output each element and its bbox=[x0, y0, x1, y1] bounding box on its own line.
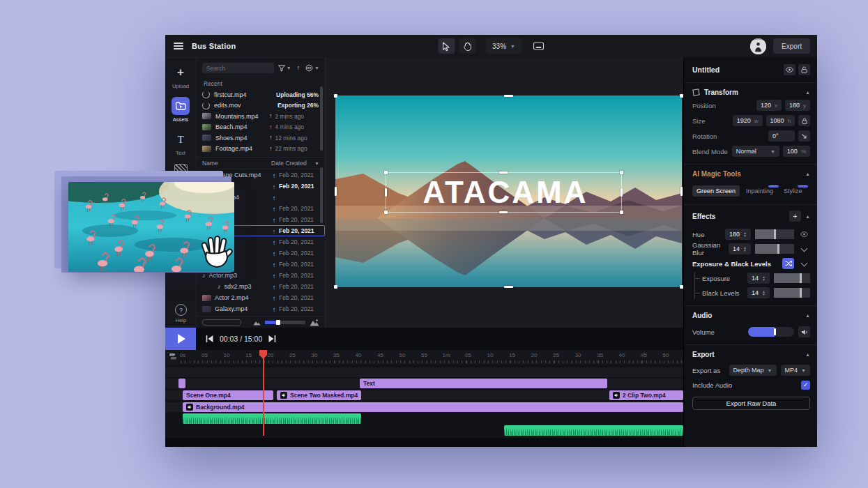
table-row[interactable]: Galaxy.mp4↑Feb 20, 2021 bbox=[197, 303, 325, 314]
video-clip[interactable]: Scene One.mp4 bbox=[183, 390, 273, 400]
timeline-ruler[interactable]: 0s05101520253035404550551m05101520253035… bbox=[165, 350, 683, 365]
table-row[interactable]: ♪sdx2.mp3↑Feb 20, 2021 bbox=[197, 281, 325, 292]
arrow-up-icon[interactable]: ↑ bbox=[269, 227, 279, 235]
exposure-slider[interactable] bbox=[774, 273, 810, 283]
recent-item[interactable]: Shoes.mp4↑12 mins ago bbox=[197, 132, 325, 144]
volume-slider[interactable] bbox=[748, 327, 794, 337]
recent-item[interactable]: Footage.mp4↑22 mins ago bbox=[197, 144, 325, 155]
aspect-lock-button[interactable] bbox=[798, 115, 810, 126]
recent-item[interactable]: Mountains.mp4↑2 mins ago bbox=[197, 111, 325, 122]
arrow-up-icon[interactable]: ↑ bbox=[269, 305, 279, 313]
horizontal-scrollbar-thumb[interactable] bbox=[202, 319, 241, 326]
arrow-up-icon[interactable]: ↑ bbox=[269, 283, 279, 291]
zoom-level-dropdown[interactable]: 33% ▼ bbox=[485, 38, 522, 54]
upload-file-button[interactable]: ↑ bbox=[296, 63, 302, 73]
arrow-up-icon[interactable]: ↑ bbox=[269, 261, 279, 268]
collapse-caret-icon[interactable]: ▲ bbox=[805, 313, 810, 318]
skip-end-icon[interactable] bbox=[268, 335, 276, 342]
filter-button[interactable]: ▼ bbox=[277, 63, 293, 73]
selection-handle-ne[interactable] bbox=[620, 171, 623, 174]
hue-slider[interactable] bbox=[755, 229, 794, 239]
recent-item[interactable]: firstcut.mp4Uploading 56% bbox=[197, 89, 325, 100]
clip-fragment[interactable] bbox=[178, 379, 185, 388]
canvas-handle-nw[interactable] bbox=[334, 94, 337, 98]
selection-handle-w[interactable] bbox=[385, 188, 387, 197]
ai-tool-button[interactable]: StylizeNew bbox=[779, 185, 807, 197]
thumbnail-size-slider[interactable] bbox=[265, 321, 305, 324]
stepper-icon[interactable]: ▲▼ bbox=[743, 246, 747, 252]
size-width-input[interactable]: 1920w bbox=[733, 115, 763, 126]
canvas-handle-s[interactable] bbox=[504, 286, 513, 288]
blend-mode-dropdown[interactable]: Normal▼ bbox=[732, 146, 779, 157]
search-input[interactable] bbox=[202, 63, 274, 73]
export-raw-data-button[interactable]: Export Raw Data bbox=[692, 397, 810, 410]
skip-start-icon[interactable] bbox=[206, 335, 213, 342]
collapse-caret-icon[interactable]: ▲ bbox=[805, 352, 810, 357]
audio-clip[interactable] bbox=[504, 425, 683, 436]
arrow-up-icon[interactable]: ↑ bbox=[269, 171, 279, 179]
ai-tool-button[interactable]: InpaintingNew bbox=[742, 185, 777, 197]
include-audio-checkbox[interactable]: ✓ bbox=[801, 381, 810, 390]
hue-value-input[interactable]: 180▲▼ bbox=[725, 229, 751, 240]
video-clip[interactable]: Text bbox=[360, 379, 607, 388]
arrow-up-icon[interactable]: ↑ bbox=[269, 205, 279, 213]
selection-handle-se[interactable] bbox=[620, 211, 623, 214]
collapse-caret-icon[interactable]: ▲ bbox=[805, 90, 810, 95]
video-clip[interactable]: Background.mp4 bbox=[183, 402, 683, 412]
hamburger-menu-icon[interactable] bbox=[174, 43, 183, 49]
preview-canvas[interactable]: ATACAMA bbox=[335, 96, 682, 287]
playhead-line[interactable] bbox=[263, 350, 264, 436]
selection-handle-s[interactable] bbox=[499, 211, 508, 213]
rotation-input[interactable]: 0° bbox=[768, 130, 795, 142]
canvas-handle-n[interactable] bbox=[504, 95, 513, 97]
ai-tool-button[interactable]: Green Screen bbox=[692, 185, 740, 197]
sidebar-item-help[interactable]: ? Help bbox=[165, 304, 197, 323]
timeline-hscrollbar[interactable] bbox=[165, 438, 683, 447]
canvas-handle-w[interactable] bbox=[335, 187, 337, 196]
position-x-input[interactable]: 120x bbox=[756, 100, 782, 111]
export-container-dropdown[interactable]: MP4▼ bbox=[781, 365, 810, 376]
sidebar-item-assets[interactable]: Assets bbox=[172, 97, 190, 123]
effect-visibility-button[interactable] bbox=[798, 229, 810, 240]
expand-effect-button[interactable] bbox=[798, 258, 810, 269]
collapse-caret-icon[interactable]: ▲ bbox=[805, 171, 810, 176]
table-scrollbar[interactable] bbox=[320, 167, 323, 223]
play-button[interactable] bbox=[165, 328, 196, 350]
mute-button[interactable] bbox=[798, 326, 810, 337]
position-y-input[interactable]: 180y bbox=[785, 100, 810, 111]
arrow-up-icon[interactable]: ↑ bbox=[269, 294, 279, 302]
arrow-up-icon[interactable]: ↑ bbox=[269, 250, 279, 257]
blur-value-input[interactable]: 14▲▼ bbox=[729, 243, 751, 254]
canvas-handle-sw[interactable] bbox=[334, 285, 337, 289]
chevron-down-icon[interactable]: ▼ bbox=[314, 161, 319, 166]
user-avatar[interactable] bbox=[750, 38, 766, 54]
recent-item[interactable]: Beach.mp4↑4 mins ago bbox=[197, 122, 325, 133]
lock-toggle-button[interactable] bbox=[798, 64, 810, 75]
expand-effect-button[interactable] bbox=[798, 243, 810, 254]
hand-tool-button[interactable] bbox=[459, 38, 475, 54]
visibility-toggle-button[interactable] bbox=[784, 64, 795, 75]
export-format-dropdown[interactable]: Depth Map▼ bbox=[729, 365, 777, 376]
text-selection-box[interactable] bbox=[386, 172, 622, 213]
arrow-up-icon[interactable]: ↑ bbox=[269, 183, 279, 190]
black-levels-value-input[interactable]: 14▲▼ bbox=[747, 287, 770, 298]
arrow-up-icon[interactable]: ↑ bbox=[269, 238, 279, 246]
export-button[interactable]: Export bbox=[773, 38, 810, 54]
sort-button[interactable]: ▼ bbox=[304, 63, 321, 73]
stepper-icon[interactable]: ▲▼ bbox=[762, 275, 766, 282]
ai-tool-button[interactable]: ColorizeNew bbox=[809, 185, 810, 197]
audio-clip[interactable] bbox=[183, 413, 361, 424]
display-mode-icon[interactable] bbox=[533, 42, 545, 50]
video-clip[interactable]: 2 Clip Two.mp4 bbox=[609, 390, 683, 400]
selection-handle-sw[interactable] bbox=[384, 211, 388, 214]
select-tool-button[interactable] bbox=[438, 38, 455, 54]
canvas-handle-e[interactable] bbox=[680, 187, 683, 196]
black-levels-slider[interactable] bbox=[774, 288, 810, 298]
arrow-up-icon[interactable]: ↑ bbox=[269, 194, 279, 201]
selection-handle-nw[interactable] bbox=[384, 171, 388, 174]
date-column-header[interactable]: Date Created bbox=[271, 160, 314, 167]
sidebar-item-text[interactable]: T Text bbox=[172, 130, 190, 156]
selection-handle-e[interactable] bbox=[620, 188, 623, 197]
size-height-input[interactable]: 1080h bbox=[766, 115, 795, 126]
recent-item[interactable]: edits.movExporting 26% bbox=[197, 100, 325, 112]
